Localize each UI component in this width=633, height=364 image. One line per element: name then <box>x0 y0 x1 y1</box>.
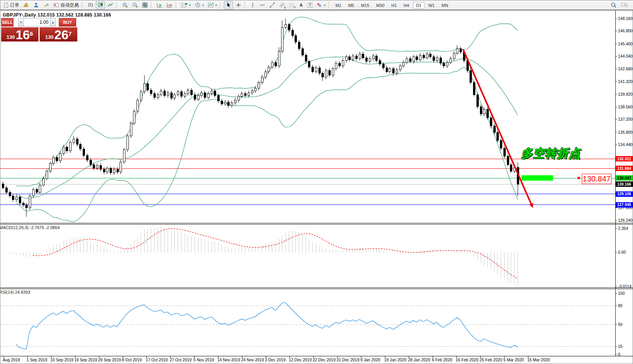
sell-price-big: 16 <box>16 29 30 41</box>
svg-text:19 Sep 2019: 19 Sep 2019 <box>74 357 97 362</box>
gold-bars-icon <box>23 2 29 8</box>
new-order-icon <box>3 2 9 8</box>
buy-button[interactable]: BUY <box>59 18 76 27</box>
zoom-out-button[interactable] <box>130 1 140 9</box>
indicators-button[interactable]: ▾ <box>206 1 218 9</box>
text-tool[interactable]: A <box>297 1 305 9</box>
svg-text:15: 15 <box>618 344 623 349</box>
ohlc-high: 132.562 <box>56 12 73 18</box>
search-icon <box>610 2 617 8</box>
toolbar-separator <box>151 2 153 8</box>
timeframe-switcher: M1M5M15M30H1H4D1W1MN <box>332 2 451 8</box>
community-button[interactable] <box>32 1 41 9</box>
horizontal-line-icon <box>259 2 265 8</box>
svg-text:2.354: 2.354 <box>618 226 628 231</box>
fibonacci-letter: F <box>294 6 296 9</box>
candlestick-icon <box>97 2 103 8</box>
ohlc-low: 128.885 <box>75 12 92 18</box>
bar-chart-mode-button[interactable] <box>86 1 95 9</box>
svg-text:15 Mar 2020: 15 Mar 2020 <box>527 357 550 362</box>
cursor-tool-button[interactable] <box>224 1 233 9</box>
toolbar-separator <box>176 2 178 8</box>
svg-text:3 Dec 2019: 3 Dec 2019 <box>265 357 286 362</box>
svg-text:28 Jan 2020: 28 Jan 2020 <box>408 357 430 362</box>
svg-text:29 Sep 2019: 29 Sep 2019 <box>98 357 121 362</box>
timeframe-d1[interactable]: D1 <box>413 2 425 9</box>
svg-text:31 Dec 2019: 31 Dec 2019 <box>336 357 360 362</box>
timeframe-m15[interactable]: M15 <box>358 2 372 9</box>
line-chart-mode-button[interactable] <box>106 1 115 9</box>
timeframe-mn[interactable]: MN <box>438 2 451 9</box>
gold-bars-button[interactable] <box>22 1 31 9</box>
svg-text:19 Jan 2020: 19 Jan 2020 <box>384 357 406 362</box>
indicators-dropdown-arrow[interactable]: ▾ <box>215 3 217 7</box>
chart-shift-icon <box>167 2 173 8</box>
candlestick-mode-button[interactable] <box>96 1 105 9</box>
auto-scroll-button[interactable] <box>155 1 164 9</box>
tile-windows-button[interactable] <box>140 1 150 9</box>
community-person-icon <box>33 2 39 8</box>
svg-text:10 Sep 2019: 10 Sep 2019 <box>50 357 73 362</box>
svg-text:135.800: 135.800 <box>618 130 633 135</box>
svg-text:0.00: 0.00 <box>618 250 626 254</box>
vertical-line-tool[interactable] <box>248 1 257 9</box>
timeframe-h4[interactable]: H4 <box>401 2 412 9</box>
svg-text:131.884: 131.884 <box>617 166 631 171</box>
svg-text:27 Oct 2019: 27 Oct 2019 <box>170 357 192 362</box>
search-button[interactable] <box>609 1 618 9</box>
new-chart-button[interactable]: ▾ <box>180 1 192 9</box>
timeframe-m30[interactable]: M30 <box>373 2 387 9</box>
new-chart-dropdown-arrow[interactable]: ▾ <box>189 3 191 7</box>
chat-button[interactable] <box>619 1 630 9</box>
svg-text:0: 0 <box>618 352 620 357</box>
chart-shift-button[interactable] <box>165 1 174 9</box>
svg-text:5 Nov 2019: 5 Nov 2019 <box>193 357 214 362</box>
new-order-button[interactable]: 订单 <box>2 1 21 9</box>
timeframe-h1[interactable]: H1 <box>388 2 400 9</box>
buy-price-prefix: 130 <box>45 34 54 41</box>
clock-icon <box>195 2 201 8</box>
zoom-in-icon <box>122 2 128 8</box>
auto-trading-icon <box>53 2 59 8</box>
channel-tool[interactable]: E <box>278 1 287 9</box>
zoom-in-button[interactable] <box>120 1 130 9</box>
sell-price-display[interactable]: 130 16 6 <box>1 27 38 42</box>
crosshair-icon <box>235 2 242 8</box>
timeframe-w1[interactable]: W1 <box>425 2 438 9</box>
chat-bubbles-icon <box>621 2 628 8</box>
chart-area[interactable]: 148.160146.800145.400144.040142.680141.3… <box>0 0 633 364</box>
price-level-label-box[interactable]: 130.847 <box>582 174 611 184</box>
sell-button[interactable]: SELL <box>1 18 13 27</box>
horizontal-line-tool[interactable] <box>258 1 267 9</box>
sell-price-pip: 6 <box>30 27 33 40</box>
timeframe-m1[interactable]: M1 <box>332 2 344 9</box>
crosshair-tool-button[interactable] <box>234 1 243 9</box>
buy-price-display[interactable]: 130 26 7 <box>40 27 77 42</box>
toolbar-separator <box>220 2 222 8</box>
ohlc-open: 132.015 <box>38 12 55 18</box>
arrows-dropdown-arrow[interactable]: ▾ <box>324 3 325 7</box>
periods-button[interactable]: ▾ <box>193 1 205 9</box>
arrows-tool[interactable]: ▾ <box>315 1 327 9</box>
tile-windows-icon <box>142 2 148 8</box>
channel-letter: E <box>284 6 286 9</box>
symbol-ohlc-header: GBPJPY-,Daily132.015132.562128.885130.16… <box>3 12 113 18</box>
lot-increase-button[interactable]: ▲ <box>50 18 56 27</box>
svg-text:12 Dec 2019: 12 Dec 2019 <box>289 357 312 362</box>
lot-size-input[interactable] <box>24 18 50 27</box>
auto-trading-toggle[interactable]: 自动交易 <box>52 1 80 9</box>
periods-dropdown-arrow[interactable]: ▾ <box>202 3 204 7</box>
new-chart-icon <box>181 2 188 8</box>
trendline-tool[interactable] <box>268 1 277 9</box>
svg-text:9 Jan 2020: 9 Jan 2020 <box>360 357 380 362</box>
svg-text:25 Feb 2020: 25 Feb 2020 <box>480 357 502 362</box>
text-label-tool[interactable]: T <box>306 1 314 9</box>
lot-decrease-button[interactable]: ▼ <box>18 18 24 27</box>
main-toolbar: 订单 自动交易 ▾ ▾ <box>0 0 633 10</box>
fibonacci-tool[interactable]: F <box>287 1 296 9</box>
signal-button[interactable] <box>42 1 51 9</box>
svg-text:138.560: 138.560 <box>618 105 633 109</box>
timeframe-m5[interactable]: M5 <box>345 2 357 9</box>
svg-text:129.106: 129.106 <box>617 192 631 196</box>
svg-text:Aug 2019: Aug 2019 <box>3 357 20 362</box>
